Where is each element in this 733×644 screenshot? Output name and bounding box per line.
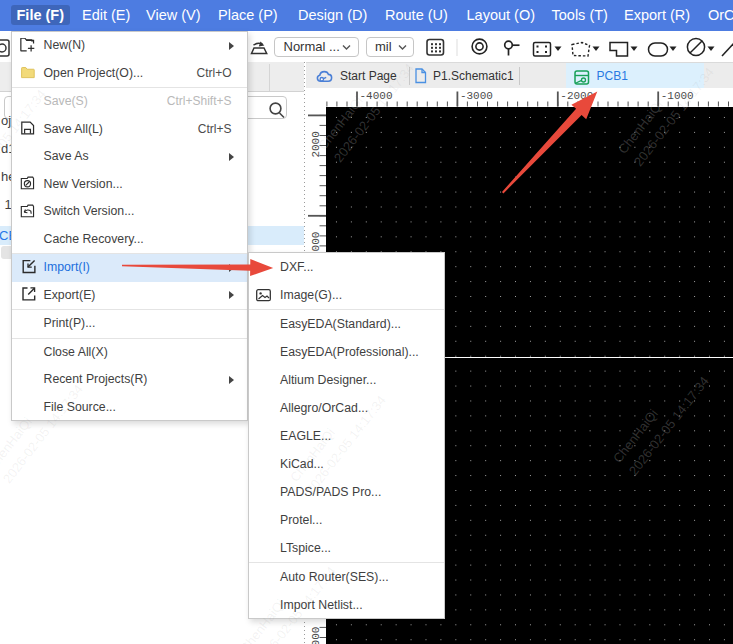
svg-text:2000: 2000 bbox=[310, 131, 322, 157]
svg-text:-1000: -1000 bbox=[661, 90, 694, 102]
svg-text:-4000: -4000 bbox=[360, 90, 393, 102]
svg-text:-2000: -2000 bbox=[560, 90, 593, 102]
svg-text:-3000: -3000 bbox=[310, 627, 322, 644]
svg-text:-3000: -3000 bbox=[460, 90, 493, 102]
